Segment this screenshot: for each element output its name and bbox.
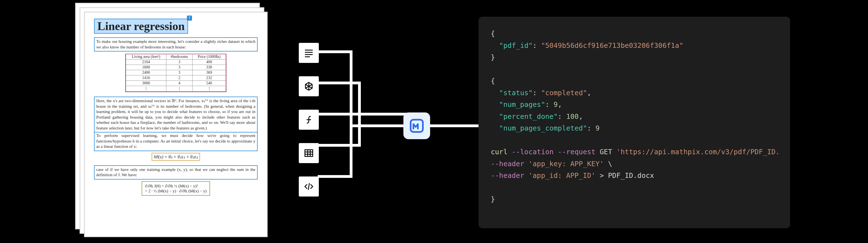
equation-2-line-2: = 2 · ½ (hθ(x) − y) · ∂/∂θⱼ (hθ(x) − y) — [145, 188, 207, 193]
mathpix-logo-chip — [403, 113, 430, 139]
function-icon — [298, 109, 320, 131]
curl-cmd: curl — [491, 148, 507, 156]
curl-flag-request: --request — [558, 148, 595, 156]
curl-output: PDF_ID.docx — [608, 172, 654, 180]
json-key-status: status — [503, 89, 528, 97]
json-val-num-pages: 9 — [554, 100, 558, 109]
json-key-percent-done: percent_done — [503, 113, 554, 121]
equation-1: hθ(x) = θ₀ + θ₁x₁ + θ₂x₂ — [152, 153, 200, 161]
json-val-status: completed — [545, 89, 583, 97]
table-row: ⋮⋮⋮ — [126, 86, 226, 92]
curl-header-1: 'app_key: APP_KEY' — [528, 160, 604, 168]
document-stack: Linear regression T To make our housing … — [75, 3, 267, 237]
json-key-num-pages: num_pages — [503, 100, 541, 109]
sample-table-region: Living area (feet²) #bedrooms Price (100… — [125, 54, 226, 92]
curl-flag-header-2: --header — [491, 172, 524, 180]
col-price: Price (1000$s) — [192, 54, 226, 60]
table-row: 30004540 — [126, 81, 226, 86]
title-region: Linear regression T — [94, 20, 188, 33]
paragraph-1: To make our housing example more interes… — [94, 37, 258, 52]
col-bedrooms: #bedrooms — [166, 54, 192, 60]
curl-backslash: \ — [608, 160, 612, 168]
mathpix-logo-icon — [409, 118, 425, 133]
table-header-row: Living area (feet²) #bedrooms Price (100… — [126, 54, 226, 60]
table-icon — [298, 142, 320, 164]
json-key-pdf-id: pdf_id — [503, 41, 528, 50]
curl-url: 'https://api.mathpix.com/v3/pdf/PDF_ID. — [617, 148, 780, 156]
svg-line-14 — [308, 183, 309, 190]
pipe-icons-to-logo — [318, 42, 407, 198]
equation-2-line-1: ∂/∂θⱼ J(θ) = ∂/∂θⱼ ½ (hθ(x) − y)² — [145, 183, 207, 188]
table-row: 14162232 — [126, 75, 226, 81]
curl-flag-location: --location — [512, 148, 554, 156]
code-icon — [298, 175, 320, 198]
json-val-num-pages-completed: 9 — [595, 124, 599, 132]
pipe-logo-to-code — [430, 124, 480, 130]
paragraph-2: Here, the x's are two-dimensional vector… — [94, 97, 258, 132]
curl-method: GET — [599, 148, 612, 156]
title-badge: T — [187, 16, 192, 21]
page-front: Linear regression T To make our housing … — [84, 12, 268, 237]
extractor-icon-column — [298, 42, 320, 198]
table-row: 16003330 — [126, 65, 226, 70]
json-val-percent-done: 100 — [566, 113, 579, 121]
col-living-area: Living area (feet²) — [126, 54, 166, 60]
curl-redirect: > — [599, 172, 604, 180]
curl-header-2: 'app_id: APP_ID' — [528, 172, 595, 180]
table-row: 24003369 — [126, 70, 226, 75]
equation-2: ∂/∂θⱼ J(θ) = ∂/∂θⱼ ½ (hθ(x) − y)² = 2 · … — [142, 181, 210, 196]
curl-flag-header-1: --header — [491, 160, 524, 168]
table-row: 21043400 — [126, 60, 226, 65]
svg-rect-9 — [305, 150, 313, 156]
sample-table: Living area (feet²) #bedrooms Price (100… — [126, 54, 226, 92]
api-response-code: { "pdf_id": "5049b56d6cf916e713be03206f3… — [478, 17, 790, 228]
json-key-num-pages-completed: num_pages_completed — [503, 124, 583, 132]
text-lines-icon — [298, 42, 320, 64]
diagram-stage: Linear regression T To make our housing … — [0, 0, 868, 243]
document-title: Linear regression — [94, 19, 188, 34]
json-val-pdf-id: 5049b56d6cf916e713be03206f306f1a — [545, 41, 679, 50]
molecule-icon — [298, 75, 320, 97]
paragraph-3: To perform supervised learning, we must … — [94, 132, 258, 151]
paragraph-4: case of if we have only one training exa… — [94, 165, 258, 180]
